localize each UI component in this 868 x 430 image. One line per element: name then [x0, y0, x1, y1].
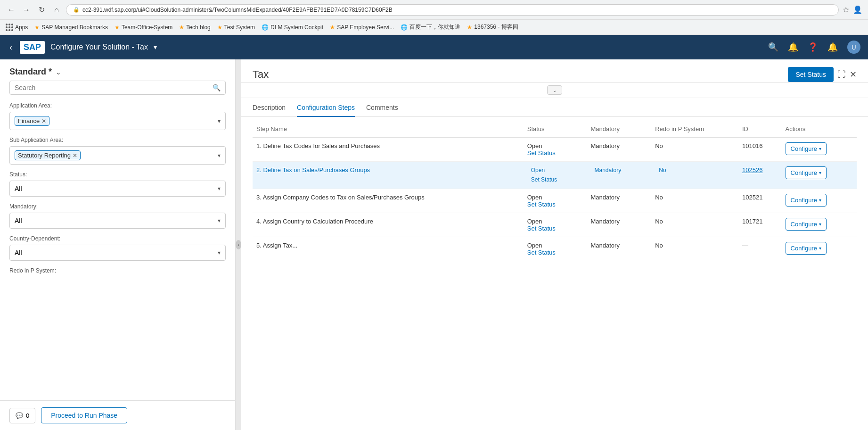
- tab-configuration-steps[interactable]: Configuration Steps: [297, 98, 355, 117]
- set-status-link-5[interactable]: Set Status: [527, 249, 583, 256]
- search-header-icon[interactable]: 🔍: [768, 42, 778, 52]
- status-value: All: [15, 185, 22, 192]
- bookmark-sap-employee[interactable]: ★ SAP Employee Servi...: [330, 24, 394, 31]
- content-title: Tax: [253, 68, 269, 81]
- bookmark-test-label: Test System: [224, 24, 255, 31]
- profile-icon[interactable]: 👤: [853, 5, 862, 14]
- tab-description[interactable]: Description: [253, 98, 286, 117]
- table-header-row: Step Name Status Mandatory Redo in P Sys…: [253, 121, 857, 138]
- redo-5: No: [651, 237, 738, 261]
- configure-button-5[interactable]: Configure ▾: [786, 242, 827, 255]
- back-button[interactable]: ←: [6, 4, 17, 16]
- set-status-link-1[interactable]: Set Status: [527, 149, 583, 157]
- table-row[interactable]: 4. Assign Country to Calculation Procedu…: [253, 213, 857, 237]
- step-name-5: 5. Assign Tax...: [253, 237, 524, 261]
- browser-chrome: ← → ↻ ⌂ 🔒 cc2-391.wdf.sap.corp/ui#CloudS…: [0, 0, 868, 20]
- status-1: Open Set Status: [524, 138, 587, 162]
- tab-comments[interactable]: Comments: [366, 98, 398, 117]
- search-input[interactable]: [15, 84, 213, 91]
- col-actions: Actions: [782, 121, 857, 138]
- configure-button-4[interactable]: Configure ▾: [786, 218, 827, 231]
- expand-chevron-button[interactable]: ⌄: [547, 85, 562, 95]
- set-status-button[interactable]: Set Status: [788, 67, 834, 82]
- help-icon[interactable]: ❓: [808, 42, 818, 52]
- mandatory-value: All: [15, 217, 22, 224]
- set-status-link-3[interactable]: Set Status: [527, 201, 583, 208]
- content-header: Tax Set Status ⛶ ✕: [241, 59, 868, 83]
- bookmark-test-system[interactable]: ★ Test System: [217, 24, 255, 31]
- col-id: ID: [738, 121, 782, 138]
- bookmark-tech-label: Tech blog: [186, 24, 210, 31]
- expand-chevron-area: ⌄: [241, 83, 868, 98]
- table-container: Step Name Status Mandatory Redo in P Sys…: [241, 117, 868, 430]
- bookmark-icon[interactable]: ☆: [843, 5, 849, 14]
- main-layout: Standard * ⌄ 🔍 Application Area: Finance…: [0, 59, 868, 430]
- bookmark-team-office[interactable]: ★ Team-Office-System: [115, 24, 172, 31]
- sap-header: ‹ SAP Configure Your Solution - Tax ▾ 🔍 …: [0, 35, 868, 59]
- close-icon[interactable]: ✕: [850, 69, 857, 80]
- bookmarks-bar: Apps ★ SAP Managed Bookmarks ★ Team-Offi…: [0, 20, 868, 35]
- notification-bell-icon[interactable]: 🔔: [788, 42, 798, 52]
- application-area-clear[interactable]: ✕: [41, 118, 46, 124]
- table-row[interactable]: 5. Assign Tax... Open Set Status Mandato…: [253, 237, 857, 261]
- mandatory-5: Mandatory: [587, 237, 651, 261]
- home-button[interactable]: ⌂: [51, 4, 62, 16]
- mandatory-1: Mandatory: [587, 138, 651, 162]
- status-2: Open Set Status: [524, 162, 587, 189]
- bookmark-dlm[interactable]: 🌐 DLM System Cockpit: [262, 24, 323, 31]
- splitter-toggle-button[interactable]: ›: [236, 240, 241, 249]
- sap-back-button[interactable]: ‹: [8, 41, 14, 54]
- col-step-name: Step Name: [253, 121, 524, 138]
- expand-icon[interactable]: ⛶: [837, 70, 846, 80]
- search-box[interactable]: 🔍: [9, 81, 226, 95]
- bookmark-dlm-label: DLM System Cockpit: [270, 24, 323, 31]
- url-bar[interactable]: 🔒 cc2-391.wdf.sap.corp/ui#CloudSolution-…: [66, 4, 839, 16]
- user-avatar[interactable]: U: [847, 41, 860, 54]
- header-title-dropdown[interactable]: ▾: [154, 43, 157, 51]
- configure-button-1[interactable]: Configure ▾: [786, 142, 827, 155]
- bookmark-tech-blog[interactable]: ★ Tech blog: [179, 24, 210, 31]
- bookmark-blog[interactable]: ★ 1367356 - 博客园: [467, 23, 518, 31]
- tabs: Description Configuration Steps Comments: [241, 98, 868, 117]
- id-3: 102521: [738, 189, 782, 213]
- configure-button-2[interactable]: Configure ▾: [786, 166, 827, 179]
- mandatory-select[interactable]: All ▾: [9, 213, 226, 229]
- table-row[interactable]: 2. Define Tax on Sales/Purchases Groups …: [253, 162, 857, 189]
- alerts-icon[interactable]: 🔔: [827, 42, 838, 52]
- sap-header-actions: 🔍 🔔 ❓ 🔔 U: [768, 41, 860, 54]
- bookmark-apps[interactable]: Apps: [6, 24, 28, 31]
- splitter[interactable]: ›: [236, 59, 241, 430]
- application-area-select[interactable]: Finance ✕ ▾: [9, 112, 226, 130]
- sap-header-title: Configure Your Solution - Tax: [50, 43, 148, 51]
- id-4: 101721: [738, 213, 782, 237]
- bookmark-sap-managed[interactable]: ★ SAP Managed Bookmarks: [34, 24, 108, 31]
- configure-button-3[interactable]: Configure ▾: [786, 194, 827, 207]
- set-status-link-4[interactable]: Set Status: [527, 225, 583, 232]
- mandatory-3: Mandatory: [587, 189, 651, 213]
- country-dependent-select[interactable]: All ▾: [9, 245, 226, 261]
- application-area-chevron-icon: ▾: [218, 118, 221, 124]
- content-header-actions: Set Status ⛶ ✕: [788, 67, 857, 82]
- sub-application-area-tag: Statutory Reporting ✕: [15, 150, 81, 160]
- reload-button[interactable]: ↻: [36, 4, 47, 16]
- id-2: 102526: [738, 162, 782, 189]
- table-row[interactable]: 3. Assign Company Codes to Tax on Sales/…: [253, 189, 857, 213]
- set-status-link-2[interactable]: Set Status: [527, 175, 561, 184]
- actions-4: Configure ▾: [782, 213, 857, 237]
- sidebar: Standard * ⌄ 🔍 Application Area: Finance…: [0, 59, 236, 430]
- bookmark-baidu[interactable]: 🌐 百度一下，你就知道: [401, 23, 460, 31]
- sidebar-title-dropdown-icon[interactable]: ⌄: [56, 68, 61, 76]
- configure-chevron-icon-2: ▾: [819, 170, 821, 175]
- table-row[interactable]: 1. Define Tax Codes for Sales and Purcha…: [253, 138, 857, 162]
- sub-application-area-select[interactable]: Statutory Reporting ✕ ▾: [9, 146, 226, 165]
- status-chevron-icon: ▾: [218, 185, 221, 192]
- feedback-button[interactable]: 💬 0: [9, 408, 35, 423]
- col-redo: Redo in P System: [651, 121, 738, 138]
- sub-application-area-clear[interactable]: ✕: [73, 152, 77, 159]
- proceed-run-phase-button[interactable]: Proceed to Run Phase: [41, 407, 127, 423]
- configure-chevron-icon-1: ▾: [819, 146, 821, 151]
- status-select[interactable]: All ▾: [9, 181, 226, 197]
- actions-5: Configure ▾: [782, 237, 857, 261]
- forward-button[interactable]: →: [21, 4, 32, 16]
- sidebar-header: Standard * ⌄: [0, 59, 235, 81]
